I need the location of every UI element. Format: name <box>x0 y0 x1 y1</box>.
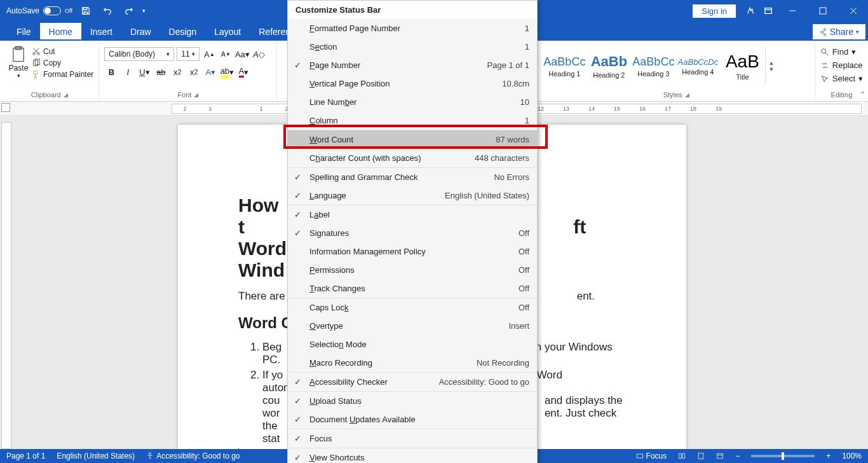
subscript-button[interactable]: x2 <box>170 65 184 79</box>
cut-button[interactable]: Cut <box>32 47 93 56</box>
select-button[interactable]: Select ▾ <box>820 74 863 83</box>
menu-item[interactable]: PermissionsOff <box>288 261 537 279</box>
tab-file[interactable]: File <box>8 23 40 41</box>
menu-item[interactable]: Track ChangesOff <box>288 279 537 298</box>
menu-item[interactable]: ✓Upload Status <box>288 392 537 410</box>
tab-design[interactable]: Design <box>160 23 206 41</box>
svg-rect-10 <box>637 454 642 458</box>
close-button[interactable] <box>839 0 868 22</box>
bold-button[interactable]: B <box>104 65 118 79</box>
font-color-icon[interactable]: A▾ <box>236 65 250 79</box>
zoom-out-button[interactable]: − <box>735 452 740 460</box>
menu-item[interactable]: Character Count (with spaces)448 charact… <box>288 149 537 167</box>
share-button[interactable]: Share ▾ <box>813 24 865 39</box>
menu-item[interactable]: OvertypeInsert <box>288 317 537 335</box>
italic-button[interactable]: I <box>121 65 135 79</box>
menu-item[interactable]: Information Management PolicyOff <box>288 242 537 261</box>
styles-gallery[interactable]: AaBbCcHeading 1 AaBbHeading 2 AaBbCcHead… <box>543 43 776 89</box>
change-case-icon[interactable]: Aa▾ <box>235 47 249 61</box>
svg-rect-12 <box>717 453 723 459</box>
focus-mode-button[interactable]: Focus <box>636 452 667 460</box>
font-name-combo[interactable]: Calibri (Body)▾ <box>104 47 174 61</box>
menu-item[interactable]: Word Count87 words <box>288 130 537 149</box>
svg-point-9 <box>149 453 151 455</box>
format-painter-button[interactable]: Format Painter <box>32 70 93 79</box>
sign-in-button[interactable]: Sign in <box>693 4 736 18</box>
menu-item[interactable]: Line Number10 <box>288 93 537 111</box>
menu-item[interactable]: ✓Page NumberPage 1 of 1 <box>288 56 537 74</box>
status-accessibility[interactable]: Accessibility: Good to go <box>146 452 240 460</box>
svg-point-8 <box>822 48 826 53</box>
copy-button[interactable]: Copy <box>32 59 93 67</box>
menu-item[interactable]: ✓SignaturesOff <box>288 224 537 242</box>
replace-button[interactable]: Replace <box>820 60 863 70</box>
view-print-icon[interactable] <box>697 452 705 460</box>
minimize-button[interactable] <box>778 0 807 22</box>
svg-rect-0 <box>765 8 772 14</box>
dialog-launcher-icon[interactable]: ◢ <box>64 92 68 98</box>
redo-icon[interactable] <box>121 3 137 19</box>
menu-item[interactable]: ✓Focus <box>288 429 537 448</box>
view-web-icon[interactable] <box>716 452 724 460</box>
view-read-icon[interactable] <box>678 452 686 460</box>
menu-item[interactable]: Selection Mode <box>288 335 537 354</box>
grow-font-icon[interactable]: A▲ <box>202 47 216 61</box>
group-clipboard: Paste ▾ Cut Copy Format Painter Clipboar… <box>0 41 99 101</box>
toggle-off-icon <box>43 6 61 15</box>
font-size-combo[interactable]: 11▾ <box>177 47 200 61</box>
menu-item[interactable]: Column1 <box>288 111 537 130</box>
menu-item[interactable]: Formatted Page Number1 <box>288 19 537 38</box>
tab-selector-icon[interactable] <box>1 103 10 112</box>
text-effects-icon[interactable]: A▾ <box>203 65 217 79</box>
shrink-font-icon[interactable]: A▼ <box>219 47 233 61</box>
zoom-level[interactable]: 100% <box>842 452 862 460</box>
menu-item[interactable]: Section1 <box>288 38 537 56</box>
undo-icon[interactable] <box>99 3 116 19</box>
svg-rect-2 <box>13 48 24 62</box>
svg-rect-11 <box>699 453 704 459</box>
collapse-ribbon-icon[interactable]: ⌃ <box>860 90 865 99</box>
svg-rect-3 <box>15 46 21 50</box>
coming-soon-icon[interactable] <box>742 3 759 19</box>
customize-status-bar-menu: Customize Status Bar Formatted Page Numb… <box>287 0 538 463</box>
zoom-in-button[interactable]: + <box>826 452 831 460</box>
menu-item[interactable]: ✓LanguageEnglish (United States) <box>288 186 537 205</box>
styles-more-icon[interactable]: ▲▼ <box>765 47 776 85</box>
status-page[interactable]: Page 1 of 1 <box>6 452 45 460</box>
zoom-slider[interactable] <box>751 455 815 457</box>
menu-item[interactable]: ✓Document Updates Available <box>288 410 537 429</box>
tab-home[interactable]: Home <box>40 23 81 41</box>
paste-button[interactable]: Paste ▾ <box>5 43 32 79</box>
maximize-button[interactable] <box>808 0 837 22</box>
status-language[interactable]: English (United States) <box>57 452 135 460</box>
menu-item[interactable]: Caps LockOff <box>288 298 537 317</box>
menu-item[interactable]: Vertical Page Position10.8cm <box>288 74 537 93</box>
group-font: Calibri (Body)▾ 11▾ A▲ A▼ Aa▾ A◇ B I U▾ … <box>99 41 277 101</box>
svg-rect-1 <box>820 8 826 14</box>
menu-item[interactable]: ✓Accessibility CheckerAccessibility: Goo… <box>288 373 537 391</box>
find-button[interactable]: Find ▾ <box>820 47 863 57</box>
autosave-toggle[interactable]: AutoSave Off <box>6 6 72 15</box>
menu-item[interactable]: Macro RecordingNot Recording <box>288 354 537 372</box>
dialog-launcher-icon[interactable]: ◢ <box>685 92 689 98</box>
tab-insert[interactable]: Insert <box>81 23 121 41</box>
menu-title: Customize Status Bar <box>288 1 537 19</box>
menu-item[interactable]: ✓View Shortcuts <box>288 448 537 463</box>
tab-draw[interactable]: Draw <box>121 23 160 41</box>
menu-item[interactable]: ✓Spelling and Grammar CheckNo Errors <box>288 168 537 186</box>
group-styles: AaBbCcHeading 1 AaBbHeading 2 AaBbCcHead… <box>538 41 815 101</box>
clear-formatting-icon[interactable]: A◇ <box>252 47 266 61</box>
tab-layout[interactable]: Layout <box>205 23 250 41</box>
underline-button[interactable]: U▾ <box>137 65 151 79</box>
highlight-icon[interactable]: ab▾ <box>220 65 234 79</box>
dialog-launcher-icon[interactable]: ◢ <box>194 92 198 98</box>
menu-item[interactable]: ✓Label <box>288 205 537 224</box>
strike-button[interactable]: ab <box>154 65 168 79</box>
save-icon[interactable] <box>78 3 94 19</box>
vertical-ruler[interactable] <box>1 122 11 449</box>
superscript-button[interactable]: x2 <box>187 65 201 79</box>
ribbon-display-icon[interactable] <box>760 3 776 19</box>
